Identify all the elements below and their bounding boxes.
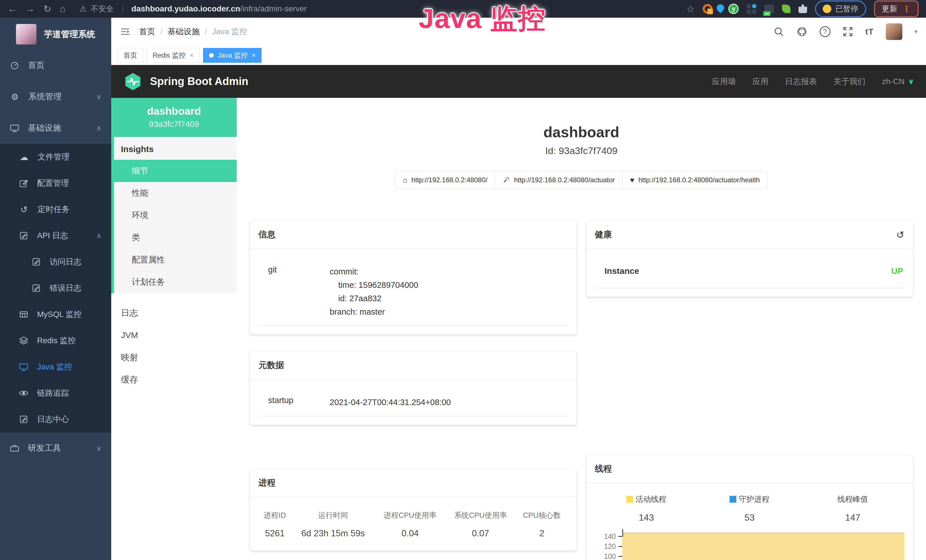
process-col-pid: 进程ID — [259, 507, 292, 525]
sba-menu-mappings[interactable]: 映射 — [111, 346, 237, 369]
user-avatar[interactable] — [886, 23, 902, 40]
tab-home[interactable]: 首页 — [118, 48, 143, 63]
live-threads-area-series — [622, 533, 905, 560]
sidebar-item-log-center[interactable]: 日志中心 — [0, 406, 111, 433]
health-url-button[interactable]: ♥ http://192.168.0.2:48080/actuator/heal… — [623, 171, 767, 189]
legend-label: 守护进程 — [738, 495, 769, 504]
breadcrumb-infra[interactable]: 基础设施 — [168, 26, 200, 37]
sidebar-item-label: MySQL 监控 — [37, 309, 82, 320]
actuator-url-button[interactable]: http://192.168.0.2:48080/actuator — [495, 171, 623, 189]
sidebar-item-java-monitor[interactable]: Java 监控 — [0, 354, 111, 380]
extension-orange-icon[interactable]: 1 — [703, 4, 713, 14]
sba-menu-config-props[interactable]: 配置属性 — [114, 249, 237, 271]
help-icon[interactable]: ? — [820, 26, 831, 37]
instance-header: dashboard 93a3fc7f7409 — [111, 98, 237, 137]
card-title: 线程 — [595, 463, 612, 475]
profile-avatar-emoji — [823, 5, 831, 13]
avatar-caret-icon[interactable]: ▾ — [914, 28, 917, 35]
sidebar-item-access-log[interactable]: 访问日志 — [0, 249, 111, 275]
forward-icon[interactable]: → — [26, 3, 35, 14]
tab-label: 首页 — [124, 51, 137, 60]
breadcrumb-separator: / — [160, 27, 163, 36]
reload-icon[interactable]: ↻ — [43, 3, 51, 15]
annotation-text: Java 监控 — [419, 1, 546, 38]
service-url-button[interactable]: ⌂ http://192.168.0.2:48080/ — [395, 171, 495, 189]
close-icon[interactable]: × — [190, 51, 194, 59]
sba-nav-wallboard[interactable]: 应用墙 — [712, 76, 736, 87]
address-bar[interactable]: dashboard.yudao.iocoder.cn/infra/admin-s… — [132, 4, 307, 14]
browser-update-button[interactable]: 更新 ⋮ — [874, 1, 918, 17]
breadcrumb-home[interactable]: 首页 — [139, 26, 155, 37]
github-icon[interactable] — [796, 26, 808, 37]
edit-square-icon — [19, 178, 29, 188]
sidebar-item-home[interactable]: 首页 — [0, 50, 111, 81]
browser-home-icon[interactable]: ⌂ — [60, 3, 66, 14]
close-icon[interactable]: × — [251, 51, 256, 59]
sba-menu-environment[interactable]: 环境 — [114, 204, 237, 227]
gear-icon: ⚙ — [10, 92, 20, 102]
profile-paused-pill[interactable]: 已暂停 — [815, 1, 866, 17]
sidebar-item-error-log[interactable]: 错误日志 — [0, 275, 111, 301]
sidebar-item-file-manage[interactable]: ☁ 文件管理 — [0, 144, 111, 170]
sidebar-infra-submenu: ☁ 文件管理 配置管理 ↺ 定时任务 API 日志 ∧ — [0, 144, 111, 433]
sidebar-item-label: Redis 监控 — [37, 335, 76, 346]
extension-switch-icon[interactable]: on — [764, 5, 774, 13]
instance-id: 93a3fc7f7409 — [114, 120, 234, 129]
sba-menu-metrics[interactable]: 性能 — [114, 182, 237, 204]
tab-redis-monitor[interactable]: Redis 监控 × — [147, 48, 200, 63]
url-divider — [123, 5, 123, 13]
sidebar-item-api-log[interactable]: API 日志 ∧ — [0, 222, 111, 249]
sba-menu-classes[interactable]: 类 — [114, 227, 237, 249]
card-title: 信息 — [259, 229, 275, 241]
sba-menu-caches[interactable]: 缓存 — [111, 369, 237, 391]
hamburger-icon[interactable] — [120, 26, 131, 37]
legend-peak-threads: 线程峰值 147 — [801, 494, 904, 523]
sidebar-brand[interactable]: 芋道管理系统 — [0, 18, 111, 50]
search-icon[interactable] — [773, 26, 784, 37]
sidebar-item-trace[interactable]: 链路追踪 — [0, 380, 111, 406]
sidebar-item-scheduled-jobs[interactable]: ↺ 定时任务 — [0, 196, 111, 222]
health-url: http://192.168.0.2:48080/actuator/health — [639, 176, 760, 184]
extension-green-icon[interactable]: y — [728, 4, 738, 14]
log-edit-icon — [31, 257, 41, 267]
extension-grid-icon[interactable] — [747, 4, 756, 14]
health-instance-row[interactable]: Instance UP — [595, 266, 905, 288]
sidebar-item-mysql-monitor[interactable]: MySQL 监控 — [0, 301, 111, 327]
sidebar-item-dev-tools[interactable]: 研发工具 ∨ — [0, 433, 111, 464]
chevron-down-icon: ∨ — [96, 444, 101, 453]
process-table: 进程ID 运行时间 进程CPU使用率 系统CPU使用率 CPU核心数 — [259, 507, 568, 542]
extensions-puzzle-icon[interactable] — [799, 5, 807, 13]
sba-menu-details[interactable]: 细节 — [114, 160, 237, 182]
back-icon[interactable]: ← — [8, 3, 17, 14]
sba-menu-jvm[interactable]: JVM — [111, 324, 237, 346]
sba-nav-about[interactable]: 关于我们 — [834, 76, 865, 87]
legend-live-threads: 活动线程 143 — [595, 494, 698, 523]
sba-brand[interactable]: Spring Boot Admin — [123, 72, 248, 91]
admin-sidebar: 芋道管理系统 首页 ⚙ 系统管理 ∨ 基础设施 ∧ ☁ 文件管理 — [0, 18, 111, 560]
bookmark-star-icon[interactable]: ☆ — [686, 3, 695, 15]
font-size-icon[interactable]: tT — [865, 27, 874, 36]
sba-menu-logs[interactable]: 日志 — [111, 302, 237, 324]
browser-menu-dots-icon[interactable]: ⋮ — [902, 4, 911, 14]
update-label: 更新 — [882, 4, 897, 14]
legend-yellow-swatch — [626, 496, 633, 502]
sba-menu-scheduled-tasks[interactable]: 计划任务 — [114, 271, 237, 293]
git-id-line: id: 27aa832 — [330, 292, 418, 305]
sba-nav-applications[interactable]: 应用 — [753, 76, 769, 87]
process-card: 进程 进程ID 运行时间 进程CPU使用率 — [250, 469, 576, 551]
threads-legend: 活动线程 143 守护进程 53 线程峰值 — [595, 494, 905, 523]
sidebar-item-config-manage[interactable]: 配置管理 — [0, 170, 111, 196]
legend-daemon-threads: 守护进程 53 — [698, 494, 801, 523]
tab-java-monitor[interactable]: Java 监控 × — [203, 48, 262, 63]
sba-nav-journal[interactable]: 日志报表 — [785, 76, 817, 87]
fullscreen-icon[interactable] — [843, 26, 853, 37]
sba-locale-select[interactable]: zh-CN ∨ — [882, 77, 914, 86]
sidebar-item-infra[interactable]: 基础设施 ∧ — [0, 112, 111, 144]
extension-leaf-icon[interactable] — [782, 5, 791, 13]
sidebar-item-redis-monitor[interactable]: Redis 监控 — [0, 327, 111, 354]
legend-label: 线程峰值 — [837, 495, 868, 504]
sidebar-item-system[interactable]: ⚙ 系统管理 ∨ — [0, 81, 111, 112]
history-icon[interactable]: ↺ — [896, 229, 905, 241]
site-security-badge[interactable]: ⚠ 不安全 — [80, 4, 114, 14]
monitor-icon — [19, 362, 29, 372]
